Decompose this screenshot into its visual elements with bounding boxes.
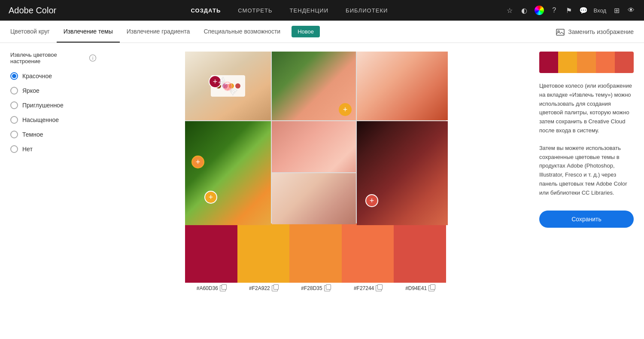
help-icon[interactable]: ?	[550, 6, 559, 15]
option-dark[interactable]: Темное	[10, 131, 96, 138]
save-button[interactable]: Сохранить	[539, 211, 634, 228]
radio-colorful[interactable]	[10, 72, 18, 80]
swatch-1: #A60D36	[185, 223, 237, 292]
tabs-bar: Цветовой круг Извлечение темы Извлечение…	[0, 21, 644, 43]
preview-swatch-4	[596, 52, 615, 73]
image-cups	[357, 52, 448, 120]
nav-watch[interactable]: СМОТРЕТЬ	[238, 6, 272, 15]
preview-swatch-2	[558, 52, 577, 73]
info-icon[interactable]: i	[89, 55, 96, 61]
color-palette: #A60D36 #F2A922 #F28D35	[185, 223, 446, 292]
hex-5: #D94E41	[394, 283, 446, 292]
hex-3: #F28D35	[289, 283, 342, 292]
image-nails	[272, 173, 356, 224]
tab-extract-theme[interactable]: Извлечение темы	[57, 21, 120, 43]
apps-icon[interactable]: ⊞	[612, 6, 621, 15]
color-dot-3[interactable]: +	[191, 156, 204, 168]
option-bright[interactable]: Яркое	[10, 87, 96, 95]
copy-icon-5[interactable]	[428, 285, 434, 291]
hex-4: #F27244	[342, 283, 394, 292]
header-right: ☆ ◐ ? ⚑ 💬 Вход ⊞ 👁	[505, 6, 635, 15]
replace-image-label: Заменить изображение	[568, 28, 634, 35]
preview-swatch-1	[539, 52, 558, 73]
swatch-5: #D94E41	[394, 223, 446, 292]
right-panel: Цветовое колесо (или изображение на вкла…	[535, 52, 634, 292]
main-nav: СОЗДАТЬ СМОТРЕТЬ ТЕНДЕНЦИИ БИБЛИОТЕКИ	[73, 6, 505, 15]
option-muted[interactable]: Приглушенное	[10, 101, 96, 109]
image-clothes: +	[357, 121, 448, 225]
description-text-1: Цветовое колесо (или изображение на вкла…	[539, 82, 634, 135]
option-bright-label: Яркое	[22, 87, 39, 94]
moon-icon[interactable]: ◐	[520, 6, 529, 15]
app-logo: Adobe Color	[9, 6, 56, 15]
image-middle-bottom	[272, 121, 356, 224]
copy-icon-4[interactable]	[376, 285, 382, 291]
mood-label-container: Извлечь цветовое настроение i	[10, 52, 96, 64]
radio-dark[interactable]	[10, 131, 18, 138]
copy-icon-2[interactable]	[272, 285, 278, 291]
option-colorful-label: Красочное	[22, 73, 52, 79]
option-saturated-label: Насыщенное	[22, 116, 59, 123]
alert-icon[interactable]: ⚑	[565, 6, 573, 15]
option-muted-label: Приглушенное	[22, 102, 64, 109]
copy-icon-3[interactable]	[324, 285, 330, 291]
nav-trends[interactable]: ТЕНДЕНЦИИ	[290, 6, 329, 15]
image-collage: + + + + +	[185, 52, 446, 223]
chat-icon[interactable]: 💬	[579, 6, 588, 15]
option-colorful[interactable]: Красочное	[10, 72, 96, 80]
option-none[interactable]: Нет	[10, 145, 96, 153]
tab-extract-gradient[interactable]: Извлечение градиента	[120, 21, 197, 43]
swatch-color-3[interactable]	[289, 223, 342, 283]
color-dot-2[interactable]: +	[339, 103, 352, 116]
image-flowers-top: +	[272, 52, 356, 120]
description-text-2: Затем вы можете использовать сохраненные…	[539, 144, 634, 198]
radio-bright[interactable]	[10, 87, 18, 95]
color-dot-5[interactable]: +	[365, 194, 378, 207]
radio-saturated[interactable]	[10, 116, 18, 124]
image-macarons: +	[185, 52, 271, 120]
option-dark-label: Темное	[22, 131, 43, 138]
option-none-label: Нет	[22, 146, 33, 153]
swatch-color-1[interactable]	[185, 223, 237, 283]
nav-libraries[interactable]: БИБЛИОТЕКИ	[346, 6, 388, 15]
svg-rect-0	[556, 29, 564, 35]
palette-preview	[539, 52, 634, 73]
copy-icon-1[interactable]	[220, 285, 226, 291]
image-icon	[556, 28, 565, 36]
radio-muted[interactable]	[10, 101, 18, 109]
login-button[interactable]: Вход	[594, 7, 606, 14]
nav-create[interactable]: СОЗДАТЬ	[191, 6, 221, 15]
swatch-color-5[interactable]	[394, 223, 446, 283]
main-layout: Извлечь цветовое настроение i Красочное …	[0, 43, 644, 301]
preview-swatch-3	[577, 52, 596, 73]
header: Adobe Color СОЗДАТЬ СМОТРЕТЬ ТЕНДЕНЦИИ Б…	[0, 0, 644, 21]
tab-accessibility[interactable]: Специальные возможности	[197, 21, 287, 43]
hex-2: #F2A922	[237, 283, 290, 292]
new-button[interactable]: Новое	[292, 26, 320, 37]
image-monstera: + +	[185, 121, 271, 225]
eye-icon[interactable]: 👁	[627, 6, 635, 15]
center-panel: + + + + +	[105, 52, 526, 292]
radio-none[interactable]	[10, 145, 18, 153]
color-dot-1[interactable]: +	[209, 75, 222, 88]
hex-1: #A60D36	[185, 283, 237, 292]
swatch-color-2[interactable]	[237, 223, 290, 283]
swatch-4: #F27244	[342, 223, 394, 292]
color-wheel-icon[interactable]	[535, 6, 544, 15]
swatch-2: #F2A922	[237, 223, 290, 292]
mood-label-text: Извлечь цветовое настроение	[10, 52, 87, 64]
option-saturated[interactable]: Насыщенное	[10, 116, 96, 124]
preview-swatch-5	[615, 52, 634, 73]
swatch-color-4[interactable]	[342, 223, 394, 283]
mood-options: Красочное Яркое Приглушенное Насыщенное …	[10, 72, 96, 153]
left-panel: Извлечь цветовое настроение i Красочное …	[10, 52, 96, 292]
image-flowers-large	[272, 121, 356, 172]
replace-image-button[interactable]: Заменить изображение	[556, 28, 634, 36]
swatch-3: #F28D35	[289, 223, 342, 292]
tab-color-wheel[interactable]: Цветовой круг	[10, 21, 57, 43]
star-icon[interactable]: ☆	[505, 6, 514, 15]
color-dot-4[interactable]: +	[204, 191, 217, 204]
